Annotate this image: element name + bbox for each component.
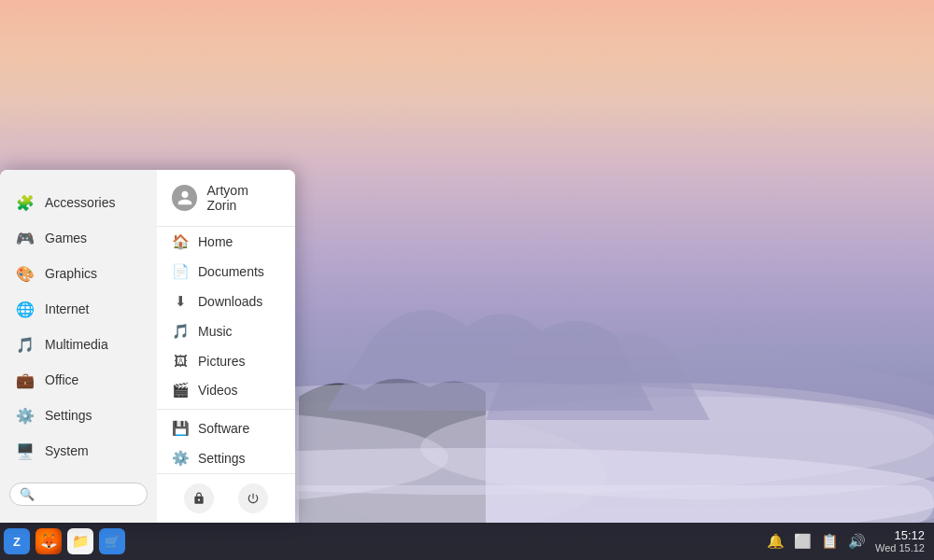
clipboard-icon[interactable]: 📋 [821, 533, 839, 550]
panel-actions [157, 473, 295, 523]
multimedia-icon: 🎵 [15, 334, 35, 355]
category-games[interactable]: 🎮 Games [0, 220, 157, 256]
search-area: 🔍 [0, 473, 157, 515]
place-videos[interactable]: 🎬 Videos [157, 375, 295, 405]
app-menu: 🧩 Accessories 🎮 Games 🎨 Graphics 🌐 Inter… [0, 170, 295, 523]
settings-icon: ⚙️ [172, 450, 189, 467]
search-icon: 🔍 [20, 487, 35, 501]
place-pictures[interactable]: 🖼 Pictures [157, 346, 295, 375]
games-icon: 🎮 [15, 228, 35, 248]
downloads-icon: ⬇ [172, 293, 189, 310]
places-panel: Artyom Zorin 🏠 Home 📄 Documents ⬇ Downlo… [157, 170, 295, 523]
place-documents[interactable]: 📄 Documents [157, 257, 295, 287]
taskbar: Z 🦊 📁 🛒 🔔 ⬜ 📋 🔊 15:12 Wed 15.12 [0, 523, 934, 560]
category-internet[interactable]: 🌐 Internet [0, 291, 157, 327]
accessories-icon: 🧩 [15, 192, 35, 213]
user-name: Artyom Zorin [206, 183, 280, 213]
settings-cat-icon: ⚙️ [15, 405, 35, 426]
place-home[interactable]: 🏠 Home [157, 227, 295, 257]
lock-button[interactable] [184, 483, 214, 513]
windows-icon[interactable]: ⬜ [794, 533, 812, 550]
place-settings[interactable]: ⚙️ Settings [157, 443, 295, 473]
category-multimedia[interactable]: 🎵 Multimedia [0, 327, 157, 362]
avatar [172, 185, 197, 211]
search-input[interactable] [39, 487, 137, 501]
place-software[interactable]: 💾 Software [157, 413, 295, 443]
music-icon: 🎵 [172, 323, 189, 340]
documents-icon: 📄 [172, 263, 189, 280]
user-section[interactable]: Artyom Zorin [157, 170, 295, 227]
pictures-icon: 🖼 [172, 353, 189, 369]
files-button[interactable]: 📁 [67, 528, 93, 554]
store-button[interactable]: 🛒 [99, 528, 125, 554]
videos-icon: 🎬 [172, 382, 189, 399]
zorin-menu-button[interactable]: Z [4, 528, 30, 554]
graphics-icon: 🎨 [15, 263, 35, 284]
search-wrapper: 🔍 [9, 483, 148, 506]
clock-date: Wed 15.12 [875, 542, 925, 554]
category-office[interactable]: 💼 Office [0, 362, 157, 398]
categories-panel: 🧩 Accessories 🎮 Games 🎨 Graphics 🌐 Inter… [0, 170, 157, 523]
clock-area[interactable]: 15:12 Wed 15.12 [875, 528, 925, 555]
office-icon: 💼 [15, 370, 35, 390]
system-icon: 🖥️ [15, 441, 35, 461]
category-settings[interactable]: ⚙️ Settings [0, 398, 157, 433]
place-music[interactable]: 🎵 Music [157, 316, 295, 346]
notifications-icon[interactable]: 🔔 [767, 533, 785, 550]
software-icon: 💾 [172, 420, 189, 437]
clock-time: 15:12 [894, 528, 925, 543]
power-button[interactable] [238, 483, 268, 513]
category-system[interactable]: 🖥️ System [0, 433, 157, 469]
place-downloads[interactable]: ⬇ Downloads [157, 287, 295, 316]
desktop: 🧩 Accessories 🎮 Games 🎨 Graphics 🌐 Inter… [0, 0, 934, 560]
firefox-button[interactable]: 🦊 [35, 528, 62, 554]
category-graphics[interactable]: 🎨 Graphics [0, 256, 157, 291]
taskbar-right: 🔔 ⬜ 📋 🔊 15:12 Wed 15.12 [767, 528, 934, 555]
home-icon: 🏠 [172, 233, 189, 250]
category-accessories[interactable]: 🧩 Accessories [0, 185, 157, 220]
taskbar-left: Z 🦊 📁 🛒 [0, 528, 125, 554]
internet-icon: 🌐 [15, 299, 35, 319]
volume-icon[interactable]: 🔊 [848, 533, 866, 550]
places-divider [157, 409, 295, 410]
